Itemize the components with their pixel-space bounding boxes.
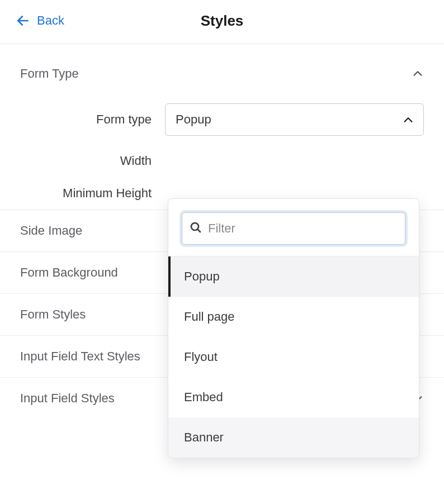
label-min-height: Minimum Height	[20, 186, 152, 201]
dropdown-option[interactable]: Full page	[168, 297, 419, 337]
arrow-left-icon	[16, 13, 30, 28]
chevron-up-icon	[412, 68, 424, 80]
section-title: Form Styles	[20, 307, 86, 322]
select-value: Popup	[176, 112, 211, 127]
section-form-type[interactable]: Form Type	[0, 44, 444, 94]
section-title: Input Field Text Styles	[20, 349, 140, 364]
row-width: Width	[0, 145, 444, 177]
section-title: Form Background	[20, 265, 118, 280]
row-form-type: Form type Popup	[0, 94, 444, 145]
content: Form Type Form type Popup Width Minimum …	[0, 44, 444, 419]
dropdown-search-wrap	[168, 199, 419, 256]
dropdown-option[interactable]: Popup	[168, 256, 419, 297]
back-button[interactable]: Back	[16, 13, 64, 28]
dropdown-search	[182, 212, 405, 245]
chevron-up-icon	[402, 114, 413, 125]
dropdown-option[interactable]: Flyout	[168, 337, 419, 377]
filter-input[interactable]	[208, 221, 398, 236]
svg-line-2	[197, 229, 200, 232]
dropdown-options-list: PopupFull pageFlyoutEmbedBanner	[168, 256, 419, 458]
section-title: Input Field Styles	[20, 391, 115, 406]
search-icon	[189, 221, 202, 236]
dropdown-option[interactable]: Banner	[168, 417, 419, 458]
select-form-type[interactable]: Popup	[165, 103, 424, 136]
dropdown-form-type: PopupFull pageFlyoutEmbedBanner	[168, 198, 419, 458]
page-title: Styles	[201, 12, 244, 30]
back-label: Back	[37, 13, 64, 28]
dropdown-option[interactable]: Embed	[168, 377, 419, 417]
label-width: Width	[20, 154, 152, 168]
label-form-type: Form type	[20, 112, 152, 127]
section-title: Side Image	[20, 224, 82, 238]
section-title: Form Type	[20, 66, 79, 81]
page-header: Back Styles	[0, 0, 444, 44]
